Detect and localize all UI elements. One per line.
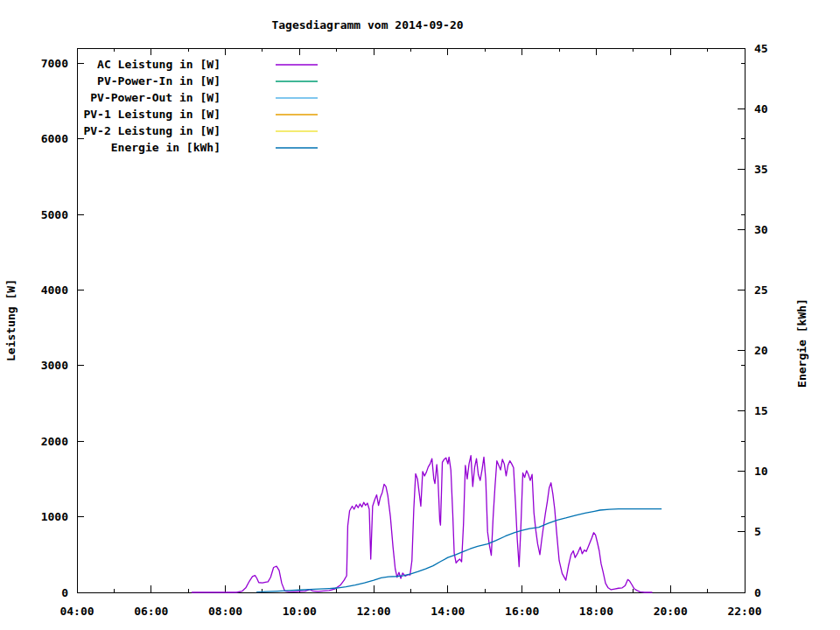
y-tick-label: 6000 (41, 132, 68, 145)
y-tick-label: 5000 (41, 208, 68, 221)
plot-area: 04:0006:0008:0010:0012:0014:0016:0018:00… (41, 42, 768, 619)
x-tick-label: 14:00 (430, 605, 465, 618)
legend-label: AC Leistung in [W] (97, 58, 220, 71)
x-tick-label: 22:00 (727, 605, 761, 618)
legend-label: PV-2 Leistung in [W] (83, 124, 220, 137)
y2-tick-label: 15 (754, 404, 768, 417)
x-tick-label: 06:00 (134, 605, 168, 618)
x-tick-label: 20:00 (654, 605, 688, 618)
legend-label: PV-Power-Out in [W] (90, 91, 220, 104)
y2-tick-label: 40 (754, 102, 768, 116)
x-tick-label: 04:00 (60, 605, 94, 618)
y2-tick-label: 35 (754, 163, 768, 176)
y-tick-label: 4000 (41, 284, 68, 297)
x-tick-label: 12:00 (357, 605, 391, 618)
x-tick-label: 18:00 (579, 605, 613, 618)
x-tick-label: 10:00 (283, 605, 317, 618)
legend-label: PV-1 Leistung in [W] (83, 108, 220, 121)
x-tick-label: 16:00 (505, 605, 539, 618)
y2-tick-label: 20 (754, 344, 768, 357)
y2-tick-label: 10 (754, 465, 768, 478)
y-tick-label: 7000 (41, 57, 68, 70)
series-line (257, 509, 662, 592)
y2-tick-label: 30 (754, 223, 768, 236)
y2-tick-label: 25 (754, 284, 768, 297)
y2-tick-label: 45 (754, 42, 768, 55)
chart-canvas: Tagesdiagramm vom 2014-09-20 Leistung [W… (0, 0, 840, 630)
y2-tick-label: 5 (754, 525, 761, 538)
series-line (192, 456, 652, 592)
y-tick-label: 3000 (41, 359, 68, 372)
x-tick-label: 08:00 (208, 605, 242, 618)
y-axis-label: Leistung [W] (4, 279, 18, 361)
y2-axis-label: Energie [kWh] (795, 298, 808, 388)
y2-tick-label: 0 (754, 586, 761, 599)
legend-label: PV-Power-In in [W] (97, 74, 220, 88)
legend-label: Energie in [kWh] (111, 141, 220, 154)
y-tick-label: 0 (61, 586, 68, 599)
y-tick-label: 1000 (41, 510, 68, 523)
chart-title: Tagesdiagramm vom 2014-09-20 (271, 18, 463, 32)
y-tick-label: 2000 (41, 435, 68, 448)
tagesdiagramm-chart: Tagesdiagramm vom 2014-09-20 Leistung [W… (0, 0, 840, 630)
